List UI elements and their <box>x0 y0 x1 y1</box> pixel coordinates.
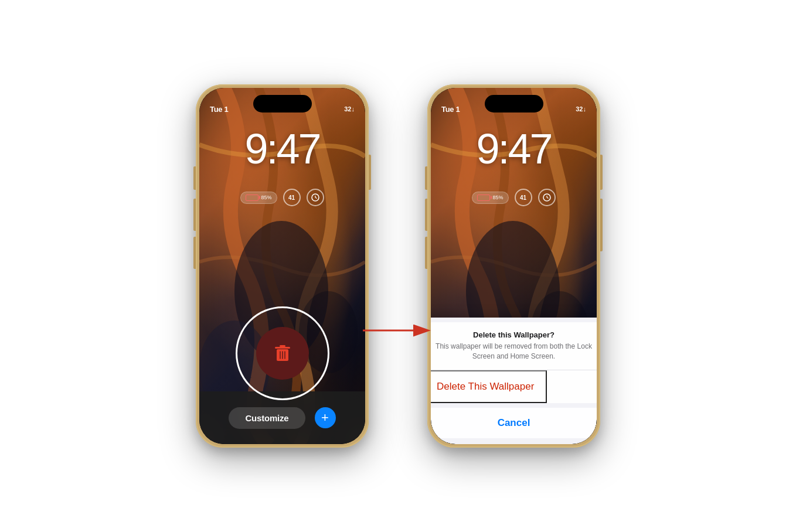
left-battery-widget: 85% <box>240 192 277 204</box>
right-phone-screen: Tue 1 32↓ 9:47 85% <box>431 88 597 444</box>
left-status-right: 32↓ <box>344 105 355 112</box>
left-lock-clock: 9:47 <box>199 128 365 170</box>
right-phone-inner: Tue 1 32↓ 9:47 85% <box>431 88 597 444</box>
right-battery-widget: 85% <box>472 192 508 204</box>
left-temp-widget: 41 <box>283 189 301 206</box>
left-temp-value: 41 <box>288 195 295 201</box>
watch-icon <box>311 193 319 202</box>
left-battery-pct: 85% <box>261 195 271 200</box>
right-battery-icon <box>477 195 490 201</box>
right-watch-icon <box>543 193 551 202</box>
left-time-display: 9:47 <box>199 128 365 170</box>
trash-icon <box>270 341 295 366</box>
phones-container: Tue 1 32↓ 9:47 85% <box>196 84 600 448</box>
add-icon: + <box>321 411 329 424</box>
delete-arrow <box>360 320 436 341</box>
add-button[interactable]: + <box>315 407 336 428</box>
volume-down-button <box>193 237 196 269</box>
right-side-btn-2 <box>600 199 603 251</box>
left-status-time: Tue 1 <box>210 105 229 114</box>
left-watch-widget <box>307 189 324 206</box>
action-sheet-title: Delete this Wallpaper? <box>431 322 597 342</box>
right-power-button <box>600 155 603 190</box>
right-dynamic-island <box>485 95 543 112</box>
right-time-display: 9:47 <box>431 128 597 170</box>
right-volume-down-button <box>425 237 427 269</box>
right-watch-widget <box>538 189 556 206</box>
power-button <box>369 155 371 190</box>
trash-circle-overlay <box>236 306 329 400</box>
svg-line-19 <box>547 197 549 199</box>
svg-line-5 <box>315 197 317 199</box>
svg-rect-6 <box>275 347 290 349</box>
cancel-button[interactable]: Cancel <box>431 408 597 438</box>
right-mute-button <box>425 166 427 190</box>
dynamic-island <box>253 95 312 112</box>
right-phone-frame: Tue 1 32↓ 9:47 85% <box>427 84 600 448</box>
right-temp-widget: 41 <box>515 189 532 206</box>
battery-icon <box>246 195 258 201</box>
mute-button <box>193 166 196 190</box>
right-volume-up-button <box>425 199 427 231</box>
left-widgets-row: 85% 41 <box>199 189 365 206</box>
volume-up-button <box>193 199 196 231</box>
action-sheet-content: Delete this Wallpaper? This wallpaper wi… <box>431 322 597 403</box>
right-widgets-row: 85% 41 <box>431 189 597 206</box>
right-temp-value: 41 <box>520 195 526 201</box>
left-phone-inner: Tue 1 32↓ 9:47 85% <box>199 88 365 444</box>
right-status-right: 32↓ <box>576 105 586 112</box>
left-phone-screen: Tue 1 32↓ 9:47 85% <box>199 88 365 444</box>
action-sheet: Delete this Wallpaper? This wallpaper wi… <box>431 318 597 444</box>
action-sheet-subtitle: This wallpaper will be removed from both… <box>431 342 597 370</box>
delete-wallpaper-button[interactable]: Delete This Wallpaper <box>431 370 547 403</box>
right-battery-pct: 85% <box>492 195 503 200</box>
left-phone-frame: Tue 1 32↓ 9:47 85% <box>196 84 369 448</box>
right-lock-clock: 9:47 <box>431 128 597 170</box>
trash-button[interactable] <box>256 327 309 380</box>
left-phone-wrapper: Tue 1 32↓ 9:47 85% <box>196 84 369 448</box>
customize-button[interactable]: Customize <box>229 407 305 429</box>
right-signal-icon: 32↓ <box>576 105 586 112</box>
right-phone-wrapper: Tue 1 32↓ 9:47 85% <box>427 84 600 448</box>
svg-rect-7 <box>280 345 285 347</box>
right-status-time: Tue 1 <box>441 105 460 114</box>
left-signal-icon: 32↓ <box>344 105 355 112</box>
